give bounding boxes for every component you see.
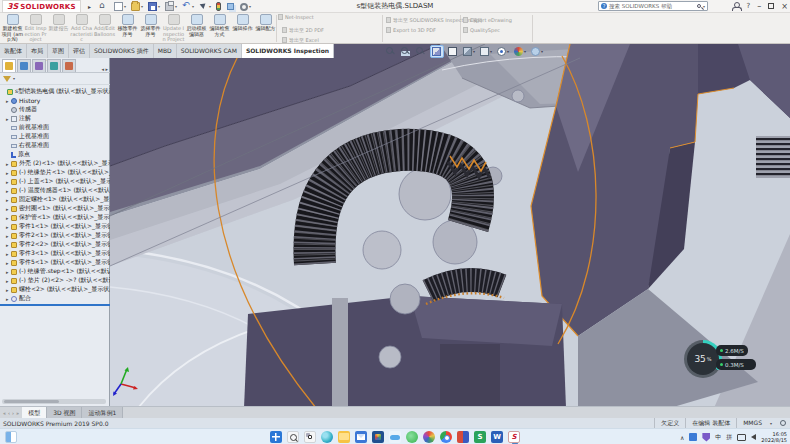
quick-access-button[interactable]: ▾ xyxy=(130,1,144,12)
logo-expand-arrow-icon[interactable]: ▸ xyxy=(88,3,91,10)
tree-item[interactable]: 右视基准面 xyxy=(0,141,110,150)
quick-access-button[interactable]: ▾ xyxy=(239,1,252,12)
scrollbar-thumb[interactable] xyxy=(4,400,59,403)
ribbon-button[interactable]: 新建报告 xyxy=(47,13,70,43)
rollback-bar[interactable] xyxy=(0,304,110,306)
ribbon-tab[interactable]: SOLIDWORKS 插件 xyxy=(90,44,154,58)
screen-recorder-overlay[interactable]: 35 % 2.6M/S 0.3M/S xyxy=(684,338,772,382)
graphics-viewport[interactable]: ▾ ▾ ▾ ▾ ▾ xyxy=(110,44,790,408)
export-menu-item[interactable]: 导出至 2D PDF xyxy=(282,27,324,33)
panel-horizontal-scrollbar[interactable] xyxy=(2,399,106,404)
status-tag-icon[interactable] xyxy=(780,420,786,426)
quick-access-button[interactable] xyxy=(98,1,110,12)
ribbon-tab[interactable]: MBD xyxy=(154,44,177,58)
close-button[interactable]: × xyxy=(781,2,788,11)
units-caret-icon[interactable]: ▾ xyxy=(770,421,772,426)
speaker-icon[interactable] xyxy=(751,434,756,440)
panel-tab-scroll-arrows[interactable]: ◂ ▸ xyxy=(101,66,110,72)
ime-mode-button[interactable]: 拼 xyxy=(726,433,732,442)
document-tab[interactable]: 3D 视图 xyxy=(47,407,82,418)
view-tool-button[interactable] xyxy=(415,46,427,57)
search-icon[interactable] xyxy=(697,4,701,8)
taskbar-app-icon[interactable] xyxy=(287,431,299,443)
ribbon-button[interactable]: 编辑操作 xyxy=(231,13,254,43)
view-tool-button[interactable]: ▾ xyxy=(530,46,544,57)
tree-root-item[interactable]: s型铠装热电偶 (默认<默认_显示状态-1 xyxy=(0,87,110,96)
tree-item[interactable]: ▸ 螺栓<2> (默认<<默认>_显示状态 xyxy=(0,285,110,294)
view-tool-button[interactable] xyxy=(430,45,444,58)
tree-item[interactable]: ▸ 注解 xyxy=(0,114,110,123)
ribbon-button[interactable]: 移除零件序号 xyxy=(116,13,139,43)
tab-dimxpertmanager[interactable] xyxy=(47,59,61,72)
taskbar-app-icon[interactable] xyxy=(406,431,418,443)
taskbar-app-icon[interactable] xyxy=(423,431,435,443)
quick-access-button[interactable]: ▾ xyxy=(147,1,161,12)
taskbar-app-icon[interactable] xyxy=(270,431,282,443)
ribbon-tab[interactable]: SOLIDWORKS CAM xyxy=(177,44,242,58)
taskbar-app-icon[interactable] xyxy=(321,431,333,443)
view-tool-button[interactable] xyxy=(447,46,459,57)
help-button[interactable]: ? xyxy=(747,2,751,10)
ribbon-button[interactable]: 编辑检查方式 xyxy=(208,13,231,43)
help-search-box[interactable]: ? 搜索 SOLIDWORKS 帮助 ▾ xyxy=(598,1,708,11)
tray-app-icon[interactable] xyxy=(689,433,697,441)
view-tool-button[interactable] xyxy=(400,46,412,57)
taskbar-app-icon[interactable] xyxy=(372,431,384,443)
tray-chevron-icon[interactable]: ∧ xyxy=(680,434,684,441)
quick-access-button[interactable]: ▾ xyxy=(164,1,178,12)
restore-button[interactable] xyxy=(768,3,774,9)
taskbar-app-icon[interactable] xyxy=(457,431,469,443)
tab-featuremanager[interactable] xyxy=(2,59,16,72)
export-menu-item[interactable]: 导出至 Excel xyxy=(282,37,319,43)
taskbar-app-icon[interactable]: W xyxy=(491,431,503,443)
ribbon-button[interactable]: 选择零件序号 xyxy=(139,13,162,43)
ribbon-button[interactable]: 新建检查项目 (amp;N) xyxy=(1,13,24,43)
view-tool-button[interactable]: ▾ xyxy=(496,46,510,57)
taskbar-app-icon[interactable] xyxy=(389,431,401,443)
export-menu-item[interactable]: QualitySpec xyxy=(463,27,500,33)
ribbon-button[interactable]: 启动模板编辑器 xyxy=(185,13,208,43)
quick-access-button[interactable]: ▾ xyxy=(181,1,195,12)
tree-item[interactable]: ▸ 密封圈<1> (默认<<默认>_显示状 xyxy=(0,204,110,213)
ribbon-tab[interactable]: 评估 xyxy=(69,44,90,58)
tree-item[interactable]: ▸ 零件3<1> (默认<<默认>_显示状 xyxy=(0,249,110,258)
export-menu-item[interactable]: Net-Inspect xyxy=(278,14,314,20)
taskbar-app-icon[interactable]: S xyxy=(508,431,520,443)
taskbar-app-icon[interactable] xyxy=(304,431,316,443)
security-shield-icon[interactable] xyxy=(702,433,710,442)
tree-item[interactable]: ▸ 零件2<2> (默认<<默认>_显示状 xyxy=(0,240,110,249)
view-tool-button[interactable]: ▾ xyxy=(479,46,493,57)
tree-item[interactable]: ▸ 配合 xyxy=(0,294,110,303)
tree-item[interactable]: 传感器 xyxy=(0,105,110,114)
tree-filter-row[interactable]: ▾ xyxy=(0,73,110,85)
tree-item[interactable]: ▸ (-) 上盖<1> (默认<<默认>_显示状 xyxy=(0,177,110,186)
tab-propertymanager[interactable] xyxy=(17,59,31,72)
tree-item[interactable]: ▸ 固定螺栓<1> (默认<<默认>_显示 xyxy=(0,195,110,204)
export-menu-item[interactable]: Export to 3D PDF xyxy=(386,27,436,33)
tab-nav-arrow-icon[interactable]: ‹ xyxy=(8,410,10,416)
taskbar-app-icon[interactable]: S xyxy=(474,431,486,443)
tree-item[interactable]: ▸ 外壳 (2)<1> (默认<<默认>_显示状 xyxy=(0,159,110,168)
taskbar-app-icon[interactable] xyxy=(440,431,452,443)
ribbon-tab[interactable]: 装配体 xyxy=(0,44,27,58)
ribbon-button[interactable]: 编辑配方 xyxy=(254,13,277,43)
view-tool-button[interactable]: ▾ xyxy=(462,46,476,57)
ime-language-button[interactable]: 中 xyxy=(715,433,721,442)
ribbon-button[interactable]: Edit Inspection Project xyxy=(24,13,47,43)
user-account-icon[interactable] xyxy=(732,2,740,10)
tree-item[interactable]: ▸ (-) 绝缘垫片<1> (默认<<默认>_显 xyxy=(0,168,110,177)
tree-item[interactable]: ▸ 保护管<1> (默认<<默认>_显示状 xyxy=(0,213,110,222)
view-tool-button[interactable] xyxy=(385,46,397,57)
tab-nav-arrow-icon[interactable]: » xyxy=(16,410,19,416)
ribbon-button[interactable]: Add/Edit Balloons xyxy=(93,13,116,43)
tree-item[interactable]: 上视基准面 xyxy=(0,132,110,141)
taskbar-app-icon[interactable] xyxy=(338,431,350,443)
tab-configurationmanager[interactable] xyxy=(32,59,46,72)
tree-item[interactable]: ▸ (-) 绝缘管.step<1> (默认<<默认> xyxy=(0,267,110,276)
export-menu-item[interactable]: Export eDrawing xyxy=(463,17,512,23)
ribbon-tab[interactable]: 布局 xyxy=(27,44,48,58)
quick-access-button[interactable]: ▾ xyxy=(113,1,127,12)
quick-access-button[interactable] xyxy=(226,1,236,12)
taskbar-app-icon[interactable] xyxy=(355,431,367,443)
tree-item[interactable]: 原点 xyxy=(0,150,110,159)
